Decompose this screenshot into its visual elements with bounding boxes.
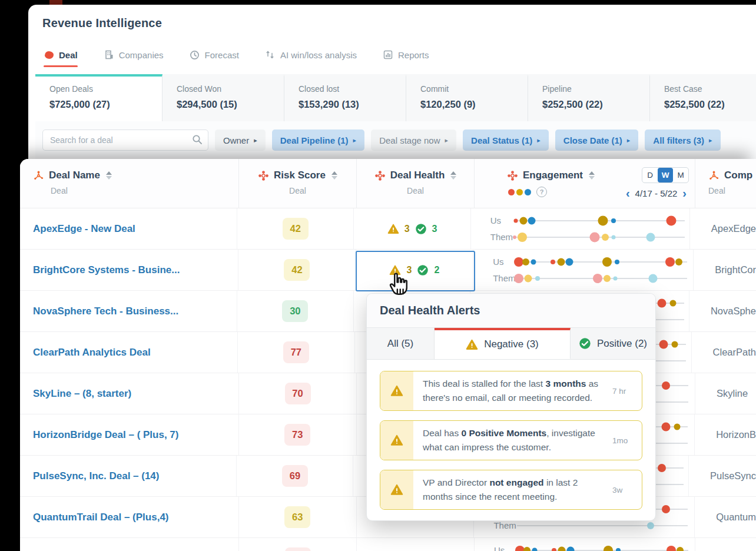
tab-ai-win-loss-analysis[interactable]: AI win/loss analysis <box>265 49 357 66</box>
next-period-icon[interactable]: › <box>682 187 687 199</box>
tab-companies[interactable]: Companies <box>104 49 164 66</box>
popup-tab-negative-3-[interactable]: Negative (3) <box>435 328 571 359</box>
company-cell: Skyline <box>695 373 756 414</box>
period-m[interactable]: M <box>673 168 688 182</box>
popup-tab-positive-2-[interactable]: Positive (2) <box>571 328 655 359</box>
property-cross-icon <box>258 170 269 181</box>
risk-score-cell: 42 <box>238 250 356 290</box>
risk-score-cell: 30 <box>237 291 353 331</box>
sort-icon[interactable] <box>331 171 337 180</box>
deal-name-cell: ClearPath Analytics Deal <box>20 332 237 373</box>
alert-text: Deal has 0 Positive Moments, investigate… <box>413 421 612 460</box>
risk-score-pill: 69 <box>282 465 308 487</box>
tab-forecast[interactable]: Forecast <box>190 49 239 66</box>
popup-tabs: All (5)Negative (3)Positive (2) <box>367 328 655 360</box>
tab-reports[interactable]: Reports <box>383 49 429 66</box>
eng-row-label: Them <box>493 520 517 530</box>
deal-health-cell[interactable]: 32 <box>356 250 473 290</box>
table-row: ApexEdge - New Deal4233UsThemApexEdge <box>20 208 756 250</box>
engagement-cell: UsThem <box>474 538 695 551</box>
search-input[interactable] <box>42 130 208 151</box>
summary-card-pipeline[interactable]: Pipeline$252,500 (22) <box>528 74 650 121</box>
summary-card-best-case[interactable]: Best Case$252,500 (22) <box>650 74 756 121</box>
engagement-dot-olive <box>522 258 529 265</box>
column-header-risk-score[interactable]: Risk Score Deal <box>238 159 356 208</box>
engagement-dot-yellow <box>518 233 527 242</box>
company-cell: NovaSphe <box>689 291 756 331</box>
deal-health-cell[interactable]: 33 <box>353 208 470 249</box>
tab-label: Reports <box>398 50 429 60</box>
engagement-dot-blue <box>566 258 573 265</box>
warning-icon <box>390 384 403 397</box>
column-header-deal-health[interactable]: Deal Health Deal <box>356 159 474 208</box>
column-label: Risk Score <box>274 170 326 181</box>
card-value: $120,250 (9) <box>420 99 528 110</box>
filter-close-date-1-[interactable]: Close Date (1)▸ <box>555 130 639 151</box>
column-header-deal-name[interactable]: Deal Name Deal <box>20 159 238 208</box>
deal-name-link[interactable]: ApexEdge - New Deal <box>33 223 135 235</box>
deal-name-link[interactable]: PulseSync, Inc. Deal – (14) <box>33 470 159 482</box>
risk-score-pill: 73 <box>284 424 310 446</box>
help-icon[interactable]: ? <box>536 187 547 197</box>
summary-card-commit[interactable]: Commit$120,250 (9) <box>406 74 528 121</box>
engagement-dot-lblue <box>647 522 654 529</box>
sort-icon[interactable] <box>450 171 456 180</box>
alert-message: VP and Director not engaged in last 2 mo… <box>423 476 606 504</box>
tab-label: Forecast <box>205 50 239 60</box>
deal-name-link[interactable]: NovaSphere Tech - Business... <box>33 306 178 317</box>
sort-icon[interactable] <box>589 171 595 180</box>
engagement-dot-red <box>658 464 666 472</box>
card-label: Closed lost <box>299 84 406 94</box>
engagement-dot-blue <box>532 547 538 551</box>
prev-period-icon[interactable]: ‹ <box>626 187 630 199</box>
deal-name-link[interactable]: SkyLine – (8, starter) <box>33 388 131 400</box>
column-header-company[interactable]: Comp Deal <box>695 159 756 208</box>
engagement-dot-olive <box>557 258 565 265</box>
summary-card-closed-lost[interactable]: Closed lost$153,290 (13) <box>284 74 406 121</box>
deal-name-link[interactable]: QuantumTrail Deal – (Plus,4) <box>33 512 169 523</box>
table-row: UsThem <box>20 538 756 551</box>
column-label: Deal Health <box>390 170 445 181</box>
eng-track <box>517 519 688 532</box>
deal-name-link[interactable]: HorizonBridge Deal – ( Plus, 7) <box>33 429 179 441</box>
engagement-us-line: Us <box>493 255 693 268</box>
filter-all-filters-3-[interactable]: All filters (3)▸ <box>645 130 720 151</box>
alert-text: This deal is stalled for the last 3 mont… <box>413 371 612 410</box>
popup-tab-all-5-[interactable]: All (5) <box>367 328 435 359</box>
filter-owner[interactable]: Owner▸ <box>215 130 266 151</box>
alert-stripe <box>380 470 413 509</box>
filter-deal-pipeline-1-[interactable]: Deal Pipeline (1)▸ <box>272 130 364 151</box>
tab-deal[interactable]: Deal <box>44 49 78 66</box>
column-subtitle: Deal <box>239 186 356 195</box>
company-cell: ApexEdge <box>689 208 756 249</box>
summary-card-open-deals[interactable]: Open Deals$725,000 (27) <box>35 74 163 121</box>
page-title: Revenue Intelligence <box>42 16 162 30</box>
period-w[interactable]: W <box>658 168 673 182</box>
risk-score-cell: 70 <box>238 373 356 414</box>
reports-icon <box>383 49 393 60</box>
engagement-dot-olive <box>674 423 680 430</box>
tab-label: AI win/loss analysis <box>280 50 357 60</box>
eng-row-label: Us <box>490 215 514 225</box>
companies-icon <box>104 49 114 60</box>
column-header-engagement[interactable]: Engagement ? DWM ‹ 4/17 - 5/22 › <box>474 159 695 208</box>
engagement-dot-red <box>551 260 555 264</box>
filter-deal-stage-now[interactable]: Deal stage now▸ <box>371 130 456 151</box>
filter-label: Close Date (1) <box>563 135 622 145</box>
card-label: Closed Won <box>177 84 284 94</box>
summary-card-closed-won[interactable]: Closed Won$294,500 (15) <box>163 74 284 121</box>
engagement-dot-lblue <box>614 276 618 280</box>
risk-score-pill: 77 <box>283 341 309 363</box>
search-icon[interactable] <box>192 134 203 145</box>
eng-track <box>514 214 685 227</box>
period-toggle: DWM <box>642 167 689 183</box>
deal-name-link[interactable]: ClearPath Analytics Deal <box>33 347 151 359</box>
card-value: $252,500 (22) <box>542 99 649 110</box>
deal-health-cell[interactable] <box>356 538 474 551</box>
negative-count: 3 <box>404 224 410 234</box>
deal-name-link[interactable]: BrightCore Systems - Busine... <box>33 264 180 276</box>
risk-score-cell: 77 <box>237 332 354 373</box>
period-d[interactable]: D <box>642 168 658 182</box>
filter-deal-status-1-[interactable]: Deal Status (1)▸ <box>463 130 549 151</box>
sort-icon[interactable] <box>106 171 112 180</box>
